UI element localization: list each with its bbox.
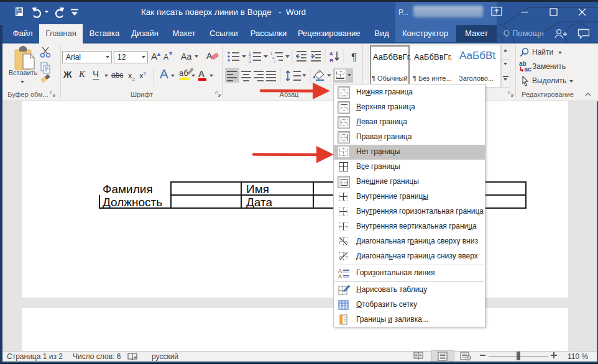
svg-text:1: 1	[270, 52, 273, 55]
svg-text:Я: Я	[329, 58, 333, 63]
svg-text:3: 3	[249, 59, 251, 63]
svg-text:i: i	[274, 60, 275, 63]
svg-text:А: А	[329, 51, 333, 57]
svg-text:a: a	[272, 56, 275, 60]
svg-text:¶: ¶	[351, 52, 357, 63]
svg-text:A: A	[338, 273, 342, 280]
